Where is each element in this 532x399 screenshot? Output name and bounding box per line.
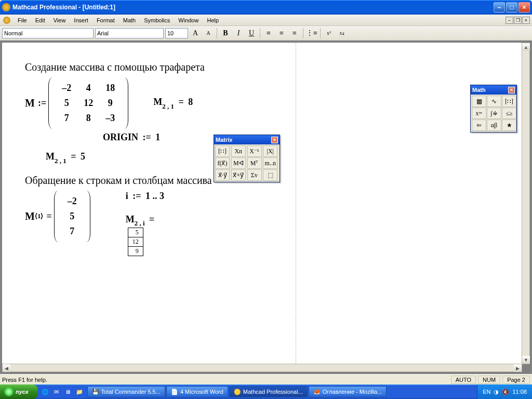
app-icon (2, 3, 10, 11)
matrix-palette-close[interactable]: × (271, 137, 278, 143)
align-left-button[interactable]: ≡ (263, 28, 274, 38)
size-down-button[interactable]: A (203, 28, 214, 38)
ql-desktop-icon[interactable]: 🖥 (63, 387, 73, 397)
document[interactable]: Создание массива с помощью трафарета M :… (2, 43, 522, 364)
math-btn[interactable]: ★ (502, 119, 516, 131)
matrix-btn[interactable]: m..n (263, 157, 277, 169)
menu-view[interactable]: View (49, 16, 70, 24)
menu-file[interactable]: File (14, 16, 31, 24)
matrix-btn[interactable]: x⃗·y⃗ (215, 169, 230, 181)
matrix-btn[interactable]: Xn (231, 145, 246, 157)
range-def: i := 1 .. 3 (126, 191, 164, 202)
menu-edit[interactable]: Edit (31, 16, 49, 24)
matrix-palette-title: Matrix (216, 137, 232, 143)
align-center-button[interactable]: ≡ (276, 28, 287, 38)
colsel-idx: ⟨1⟩ (35, 212, 44, 220)
bullets-button[interactable]: ⋮≡ (306, 28, 317, 38)
math-btn[interactable]: [∷] (502, 96, 516, 107)
origin-line: ORIGIN := 1 (103, 132, 499, 143)
status-bar: Press F1 for help. AUTO NUM Page 2 (0, 374, 532, 384)
horizontal-scrollbar[interactable]: ◀ ▶ (2, 364, 522, 372)
close-button[interactable]: × (518, 2, 530, 12)
taskbar-item-active[interactable]: 🟡 Mathcad Professional... (229, 386, 308, 397)
menu-help[interactable]: Help (203, 16, 223, 24)
tray-lang[interactable]: EN (483, 389, 490, 395)
math-btn[interactable]: ∫≑ (487, 108, 501, 119)
row-access-result: 5 12 9 (128, 228, 143, 256)
ql-app-icon[interactable]: 📁 (74, 387, 85, 397)
menu-symbolics[interactable]: Symbolics (140, 16, 174, 24)
format-toolbar: A A B I U ≡ ≡ ≡ ⋮≡ x² x₂ (0, 26, 532, 41)
matrix-btn[interactable]: Σv (247, 169, 262, 181)
taskbar-item[interactable]: 🦊 Оглавление - Mozilla... (309, 386, 387, 397)
system-tray[interactable]: EN ◑ 🔇 11:08 (477, 384, 532, 399)
maximize-button[interactable]: □ (506, 2, 517, 12)
menubar: File Edit View Insert Format Math Symbol… (0, 15, 532, 26)
tray-clock[interactable]: 11:08 (512, 389, 527, 395)
bold-button[interactable]: B (220, 28, 231, 38)
eq-m21-a: M2 , 1 = 8 (153, 97, 193, 110)
taskbar-item[interactable]: 📄 4 Microsoft Word (166, 386, 228, 397)
math-btn[interactable]: ≤≥ (502, 108, 516, 119)
mdi-close[interactable]: × (522, 17, 530, 24)
matrix-m: –2418 5129 78–3 (49, 77, 127, 129)
scroll-right-icon[interactable]: ▶ (514, 364, 522, 372)
superscript-button[interactable]: x² (323, 28, 335, 38)
math-btn[interactable]: ⥢ (472, 119, 486, 131)
menu-insert[interactable]: Insert (70, 16, 92, 24)
tray-icon[interactable]: 🔇 (502, 389, 509, 395)
math-palette-title: Math (472, 87, 486, 93)
menu-math[interactable]: Math (119, 16, 140, 24)
math-btn[interactable]: αβ (487, 119, 501, 131)
mdi-restore[interactable]: ❐ (514, 17, 522, 24)
vertical-scrollbar[interactable]: ▲ ▼ (522, 43, 530, 364)
math-palette-close[interactable]: × (508, 87, 515, 94)
italic-button[interactable]: I (233, 28, 244, 38)
font-select[interactable] (95, 28, 164, 38)
start-button[interactable]: пуск (0, 384, 38, 399)
menu-window[interactable]: Window (174, 16, 203, 24)
matrix-btn[interactable]: ⬚ (263, 169, 277, 181)
math-palette[interactable]: Math × ▦ ∿ [∷] x= ∫≑ ≤≥ ⥢ αβ ★ (470, 85, 517, 132)
ql-ie-icon[interactable]: 🌐 (40, 387, 50, 397)
tray-icon[interactable]: ◑ (494, 389, 499, 395)
size-up-button[interactable]: A (190, 28, 201, 38)
matrix-btn[interactable]: f(x⃗) (215, 157, 230, 169)
titlebar: Mathcad Professional - [Untitled:1] – □ … (0, 0, 532, 15)
style-select[interactable] (2, 28, 94, 38)
start-orb-icon (4, 387, 14, 396)
align-right-button[interactable]: ≡ (289, 28, 300, 38)
matrix-btn[interactable]: Mᐊ (231, 157, 246, 169)
matrix-btn[interactable]: |X| (263, 145, 277, 157)
taskbar-item[interactable]: 💾 Total Commander 5.5... (87, 386, 165, 397)
status-num: NUM (478, 376, 500, 384)
math-btn[interactable]: ▦ (472, 96, 486, 107)
status-hint: Press F1 for help. (2, 377, 47, 383)
math-btn[interactable]: x= (472, 108, 486, 119)
quick-launch: 🌐 ✉ 🖥 📁 (40, 387, 85, 397)
subscript-button[interactable]: x₂ (336, 28, 348, 38)
row-access: M2 , i = (126, 214, 164, 227)
scroll-down-icon[interactable]: ▼ (522, 356, 530, 364)
colsel-var: M (25, 210, 35, 222)
start-label: пуск (16, 389, 29, 395)
document-area: Создание массива с помощью трафарета M :… (0, 41, 532, 374)
minimize-button[interactable]: – (494, 2, 505, 12)
matrix-btn[interactable]: x⃗×y⃗ (231, 169, 246, 181)
matrix-palette[interactable]: Matrix × [∷] Xn X⁻¹ |X| f(x⃗) Mᐊ Mᵀ m..n… (214, 135, 280, 182)
size-select[interactable] (165, 28, 188, 38)
menu-format[interactable]: Format (92, 16, 119, 24)
matrix-btn[interactable]: Mᵀ (247, 157, 262, 169)
math-btn[interactable]: ∿ (487, 96, 501, 107)
ql-mail-icon[interactable]: ✉ (51, 387, 62, 397)
scroll-left-icon[interactable]: ◀ (3, 364, 10, 372)
doc-icon (3, 17, 10, 24)
heading-1: Создание массива с помощью трафарета (25, 61, 499, 73)
matrix-btn[interactable]: [∷] (215, 145, 230, 157)
underline-button[interactable]: U (246, 28, 257, 38)
mdi-minimize[interactable]: – (506, 17, 513, 24)
colsel-result: –257 (55, 191, 89, 242)
scroll-up-icon[interactable]: ▲ (522, 43, 530, 51)
matrix-btn[interactable]: X⁻¹ (247, 145, 262, 157)
assign-op: := (38, 98, 46, 109)
